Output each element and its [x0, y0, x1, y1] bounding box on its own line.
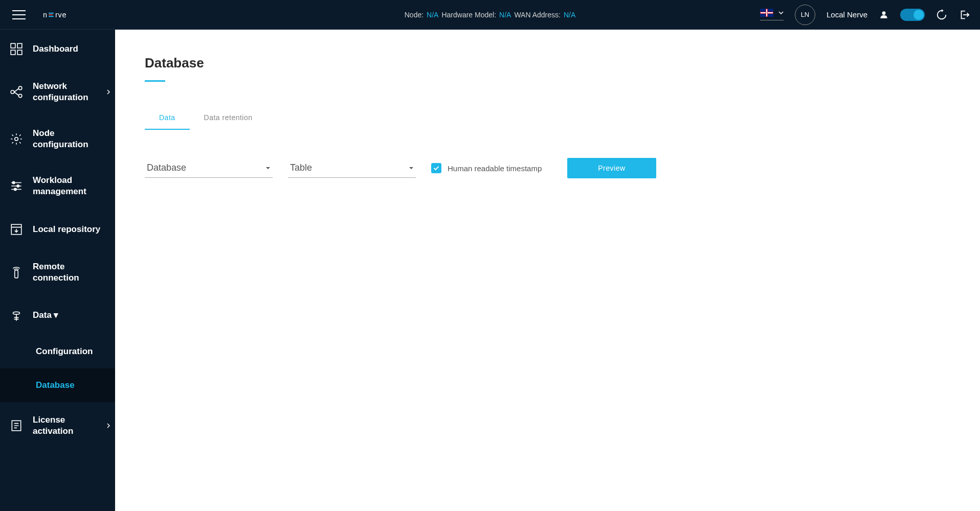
- tab-data[interactable]: Data: [145, 106, 190, 130]
- svg-rect-15: [15, 270, 18, 277]
- svg-point-11: [12, 182, 14, 184]
- data-icon: [9, 308, 24, 322]
- chevron-down-icon: [409, 167, 414, 170]
- sidebar-label: Node configuration: [33, 128, 106, 150]
- svg-rect-3: [11, 43, 15, 48]
- sidebar-item-database[interactable]: Database: [0, 368, 115, 402]
- user-label: Local Nerve: [827, 10, 867, 19]
- chevron-down-icon: [265, 167, 271, 170]
- sidebar-label: Database: [36, 380, 75, 391]
- sidebar-item-license-activation[interactable]: License activation: [0, 402, 115, 449]
- svg-point-2: [882, 11, 886, 15]
- avatar-initials: LN: [801, 11, 810, 18]
- tab-label: Data: [159, 113, 175, 122]
- hw-value: N/A: [499, 11, 511, 19]
- sidebar-item-dashboard[interactable]: Dashboard: [0, 30, 115, 68]
- sidebar-label: Network configuration: [33, 81, 106, 103]
- sidebar-label: License activation: [33, 414, 106, 437]
- header-status: Node: N/A Hardware Model: N/A WAN Addres…: [405, 11, 576, 19]
- svg-point-7: [11, 90, 14, 94]
- remote-icon: [9, 265, 24, 280]
- uk-flag-icon: [760, 9, 773, 17]
- svg-text:n: n: [43, 11, 48, 19]
- sidebar-item-node-configuration[interactable]: Node configuration: [0, 115, 115, 162]
- logout-icon[interactable]: [959, 9, 970, 20]
- database-select[interactable]: Database: [145, 158, 273, 178]
- sidebar-item-remote-connection[interactable]: Remote connection: [0, 249, 115, 296]
- header-right: LN Local Nerve: [760, 5, 970, 25]
- human-readable-timestamp-checkbox[interactable]: Human readable timestamp: [431, 163, 542, 173]
- header: n rve Node: N/A Hardware Model: N/A WAN …: [0, 0, 980, 30]
- preview-button[interactable]: Preview: [567, 158, 656, 178]
- sidebar-item-data[interactable]: Data▾: [0, 296, 115, 335]
- svg-point-13: [14, 189, 16, 191]
- dashboard-icon: [9, 42, 24, 56]
- sidebar-label: Configuration: [36, 346, 93, 357]
- checkbox-label: Human readable timestamp: [448, 164, 542, 173]
- main-content: Database Data Data retention Database Ta…: [115, 30, 980, 511]
- sidebar-item-local-repository[interactable]: Local repository: [0, 210, 115, 249]
- title-underline: [145, 80, 165, 82]
- node-config-icon: [9, 132, 24, 146]
- node-label: Node:: [405, 11, 424, 19]
- chevron-right-icon: [107, 87, 110, 97]
- select-label: Database: [147, 162, 186, 173]
- chevron-right-icon: [107, 421, 110, 430]
- workload-icon: [9, 179, 24, 193]
- sidebar: Dashboard Network configuration Node con…: [0, 30, 115, 511]
- wan-label: WAN Address:: [514, 11, 561, 19]
- sidebar-label: Local repository: [33, 224, 100, 235]
- svg-rect-6: [17, 50, 22, 55]
- svg-point-8: [18, 86, 22, 90]
- toggle-switch[interactable]: [900, 9, 925, 21]
- table-select[interactable]: Table: [288, 158, 416, 178]
- tab-label: Data retention: [204, 113, 253, 122]
- user-icon[interactable]: [879, 10, 889, 20]
- repository-icon: [9, 222, 24, 237]
- svg-point-12: [17, 185, 19, 187]
- wan-value: N/A: [564, 11, 575, 19]
- select-label: Table: [290, 162, 312, 173]
- hw-label: Hardware Model:: [441, 11, 496, 19]
- sidebar-label: Remote connection: [33, 261, 106, 284]
- hamburger-menu-button[interactable]: [10, 8, 28, 21]
- chevron-down-icon: [778, 11, 784, 14]
- svg-rect-4: [17, 43, 22, 48]
- checkbox-icon: [431, 163, 441, 173]
- caret-down-icon: ▾: [54, 310, 58, 321]
- svg-point-10: [15, 137, 18, 141]
- sidebar-label: Workload management: [33, 175, 106, 197]
- sidebar-item-configuration[interactable]: Configuration: [0, 335, 115, 368]
- sidebar-label: Data▾: [33, 310, 58, 321]
- license-icon: [9, 419, 24, 433]
- language-select[interactable]: [760, 9, 784, 20]
- svg-text:rve: rve: [55, 11, 66, 19]
- sidebar-label: Dashboard: [33, 43, 78, 55]
- sidebar-item-workload-management[interactable]: Workload management: [0, 162, 115, 210]
- node-value: N/A: [427, 11, 438, 19]
- svg-rect-5: [11, 50, 15, 55]
- form-row: Database Table Human readable timestamp …: [145, 158, 950, 178]
- tabs: Data Data retention: [145, 106, 950, 130]
- reboot-icon[interactable]: [936, 9, 947, 20]
- sidebar-item-network-configuration[interactable]: Network configuration: [0, 68, 115, 115]
- nerve-logo: n rve: [43, 11, 84, 19]
- tab-data-retention[interactable]: Data retention: [190, 106, 267, 130]
- avatar[interactable]: LN: [795, 5, 815, 25]
- page-title: Database: [145, 55, 950, 80]
- network-icon: [9, 85, 24, 99]
- svg-point-9: [18, 94, 22, 98]
- toggle-knob: [914, 10, 924, 20]
